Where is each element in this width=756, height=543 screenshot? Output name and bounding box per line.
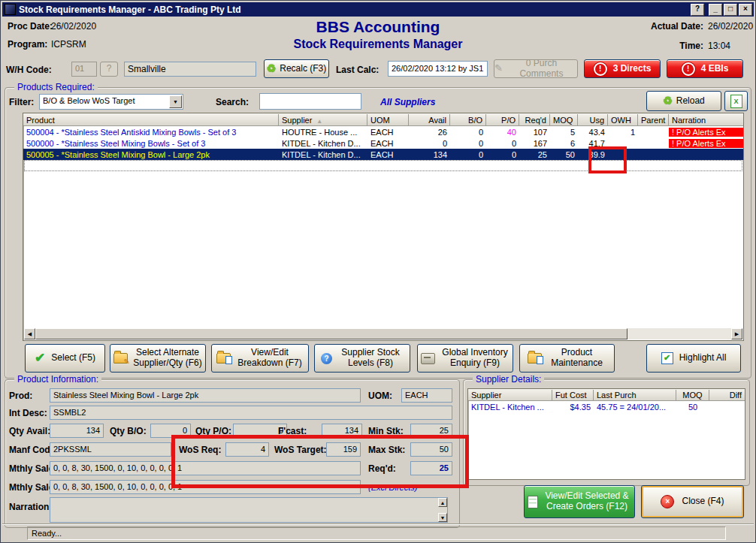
- col-bo[interactable]: B/O: [450, 114, 486, 126]
- col-parent[interactable]: Parent: [638, 114, 669, 126]
- cell-usg: 41.7: [578, 139, 608, 148]
- fcast-field[interactable]: 134: [322, 424, 362, 438]
- col-usg[interactable]: Usg: [578, 114, 608, 126]
- directs-label: 3 Directs: [613, 64, 652, 74]
- supplier-stock-levels-button[interactable]: ? Supplier Stock Levels (F8): [314, 344, 410, 373]
- int-desc-field[interactable]: SSMBL2: [50, 406, 452, 420]
- minimize-button[interactable]: _: [709, 4, 722, 16]
- highlight-all-button[interactable]: ✔ Highlight All: [646, 344, 741, 373]
- products-table: Product Supplier▲ UOM Avail B/O P/O Req'…: [23, 113, 744, 341]
- ebis-button[interactable]: ! 4 EBIs: [667, 59, 743, 78]
- directs-button[interactable]: ! 3 Directs: [584, 59, 661, 78]
- close-icon: ×: [661, 495, 674, 508]
- table-row[interactable]: 500004 - *Stainless Steel Antiskid Mixin…: [23, 126, 743, 137]
- col-sd-supplier[interactable]: Supplier: [468, 390, 552, 401]
- checkbox-check-icon: ✔: [661, 352, 673, 364]
- maximize-button[interactable]: □: [724, 4, 737, 16]
- scroll-up-icon[interactable]: ▲: [438, 498, 447, 507]
- max-stk-field[interactable]: 50: [410, 442, 452, 457]
- cell-bo: 0: [450, 150, 486, 159]
- wh-lookup-button: ?: [100, 62, 118, 77]
- mthly-sales-field-1[interactable]: 0, 0, 8, 30, 1500, 0, 10, 0, 0, 0, 0, 1: [50, 461, 361, 475]
- manf-code-field[interactable]: 2PKSSML: [50, 442, 171, 457]
- window-title: Stock Requirements Manager - ABC Trading…: [19, 5, 689, 15]
- cell-avail: 134: [409, 150, 450, 159]
- table-row-selected[interactable]: 500005 - *Stainless Steel Mixing Bowl - …: [23, 149, 743, 160]
- scroll-left-icon[interactable]: ◀: [24, 328, 35, 339]
- col-uom[interactable]: UOM: [367, 114, 409, 126]
- col-reqd[interactable]: Req'd: [519, 114, 550, 126]
- cell-product[interactable]: 500000 - *Stainless Steel Mixing Bowls -…: [23, 139, 279, 148]
- qty-avail-field[interactable]: 134: [50, 424, 104, 438]
- recycle-icon: ♻: [267, 62, 277, 74]
- wos-target-field[interactable]: 159: [326, 442, 361, 457]
- last-calc-label: Last Calc:: [336, 65, 379, 75]
- cell-uom: EACH: [367, 150, 409, 159]
- last-calc-field[interactable]: 26/02/2020 13:12 by JS1: [388, 61, 488, 77]
- col-product[interactable]: Product: [23, 114, 279, 126]
- qty-po-label: Qty P/O:: [195, 426, 231, 436]
- col-narration[interactable]: Narration: [669, 114, 743, 126]
- prod-field[interactable]: Stainless Steel Mixing Bowl - Large 2pk: [50, 388, 361, 403]
- cell-product[interactable]: 500005 - *Stainless Steel Mixing Bowl - …: [23, 150, 279, 159]
- recalc-button[interactable]: ♻ Recalc (F3): [264, 59, 329, 78]
- pencil-icon: ✎: [494, 63, 503, 74]
- cell-product[interactable]: 500004 - *Stainless Steel Antiskid Mixin…: [23, 128, 279, 137]
- reqd-label: Req'd:: [368, 463, 396, 474]
- supplier-detail-row[interactable]: KITDEL - Kitchen ... $4.35 45.75 = 24/01…: [468, 401, 745, 413]
- scroll-down-icon[interactable]: ▼: [438, 513, 447, 522]
- col-sd-moq[interactable]: MOQ: [676, 390, 709, 401]
- col-po[interactable]: P/O: [486, 114, 519, 126]
- drawer-icon: [421, 353, 435, 364]
- col-supplier[interactable]: Supplier▲: [279, 114, 367, 126]
- purch-comments-label: 0 Purch Comments: [506, 59, 577, 80]
- table-row[interactable]: 500000 - *Stainless Steel Mixing Bowls -…: [23, 137, 743, 149]
- filter-value: B/O & Below WoS Target: [43, 96, 135, 105]
- search-input[interactable]: [259, 93, 361, 110]
- select-button[interactable]: ✔ Select (F5): [25, 344, 105, 373]
- excl-directs-label: (Excl Directs): [368, 483, 417, 492]
- excel-icon: X: [730, 95, 742, 108]
- close-window-button[interactable]: ×: [739, 4, 752, 16]
- time-label: Time:: [637, 41, 703, 51]
- chevron-down-icon[interactable]: ▼: [169, 95, 182, 108]
- col-sd-fut-cost[interactable]: Fut Cost: [552, 390, 594, 401]
- narration-field[interactable]: [50, 497, 448, 523]
- scroll-right-icon[interactable]: ▶: [731, 328, 742, 339]
- supplier-details-header: Supplier Fut Cost Last Purch MOQ Diff: [468, 389, 745, 401]
- scrollbar-track[interactable]: [627, 328, 731, 339]
- actual-date-value: 26/02/2020: [708, 21, 753, 32]
- filter-dropdown[interactable]: B/O & Below WoS Target ▼: [39, 94, 183, 110]
- col-sd-last-purch[interactable]: Last Purch: [594, 390, 676, 401]
- col-moq[interactable]: MOQ: [550, 114, 578, 126]
- mthly-sales-field-2[interactable]: 0, 0, 8, 30, 1500, 0, 10, 0, 0, 0, 0, 1: [50, 480, 361, 494]
- reload-button[interactable]: ♻ Reload: [646, 91, 721, 111]
- min-stk-field[interactable]: 25: [410, 424, 452, 438]
- cell-sd-supplier: KITDEL - Kitchen ...: [468, 403, 552, 412]
- horizontal-scrollbar[interactable]: ◀ ▶: [24, 328, 742, 339]
- select-alternate-supplier-button[interactable]: ✎ Select Alternate Supplier/Qty (F6): [110, 344, 206, 373]
- wh-name-field[interactable]: Smallville: [124, 62, 256, 77]
- wos-req-field[interactable]: 4: [225, 442, 269, 457]
- create-orders-button[interactable]: View/Edit Selected & Create Orders (F12): [524, 485, 635, 518]
- purch-comments-button: ✎ 0 Purch Comments: [494, 59, 578, 78]
- col-sd-diff[interactable]: Diff: [709, 390, 745, 401]
- export-excel-button[interactable]: X: [724, 91, 748, 111]
- cell-sd-last-purch: 45.75 = 24/01/20...: [594, 403, 676, 412]
- view-edit-breakdown-button[interactable]: View/Edit Breakdown (F7): [211, 344, 309, 373]
- global-inventory-enquiry-button[interactable]: Global Inventory Enquiry (F9): [417, 344, 513, 373]
- product-maintenance-button[interactable]: Product Maintenance: [519, 344, 615, 373]
- cell-bo: 0: [450, 128, 486, 137]
- alert-icon: !: [682, 62, 695, 76]
- reqd-field[interactable]: 25: [410, 461, 452, 475]
- uom-field[interactable]: EACH: [401, 388, 452, 403]
- cell-bo: 0: [450, 139, 486, 148]
- qty-bo-field[interactable]: 0: [150, 424, 191, 438]
- help-button[interactable]: ?: [691, 4, 704, 16]
- close-button[interactable]: × Close (F4): [641, 485, 744, 518]
- col-avail[interactable]: Avail: [409, 114, 450, 126]
- col-owh[interactable]: OWH: [608, 114, 638, 126]
- scrollbar-thumb[interactable]: [35, 328, 627, 339]
- cell-supplier: HOUTRE - House ...: [279, 128, 367, 137]
- min-stk-label: Min Stk:: [368, 426, 404, 436]
